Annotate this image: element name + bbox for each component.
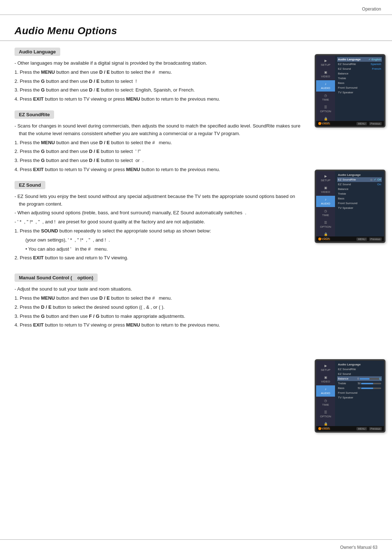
- tv-menu-row-treble: Treble 50: [337, 381, 382, 386]
- tv-row-label: TV Speaker: [338, 91, 381, 94]
- bass-bar: [361, 388, 381, 389]
- page-title: Audio Menu Options: [0, 15, 392, 41]
- tv-row-label: Audio Language: [338, 173, 381, 177]
- footer-text: Owner's Manual 63: [340, 545, 377, 550]
- tv-row-label: Front Surround: [338, 202, 381, 205]
- video-icon: ▣: [324, 70, 327, 74]
- tv-row-label: Treble: [338, 382, 358, 385]
- numbered-item: 1. Press the MENU button and then use D …: [15, 69, 301, 76]
- balance-bar-container: [360, 378, 379, 380]
- tv-row-value: Spanish: [371, 62, 381, 66]
- tv-screen-1: ▶ SETUP ▣ VIDEO ♪ AUDIO: [316, 56, 384, 126]
- sidebar-item-time[interactable]: ◷ TIME: [316, 92, 335, 103]
- tv-menu-row: Audio Language: [337, 173, 382, 177]
- tv-mockup-group-2: ▶ SETUP ▣ VIDEO ♪ AUDIO: [309, 170, 385, 243]
- section-label-audio-language: Audio Language: [15, 48, 60, 56]
- sidebar-item-audio-2[interactable]: ♪ AUDIO: [316, 196, 335, 207]
- cable-text-2: CABLE: [322, 238, 330, 240]
- sidebar-item-video-2[interactable]: ▣ VIDEO: [316, 184, 335, 195]
- sidebar-item-setup[interactable]: ▶ SETUP: [316, 57, 335, 68]
- tv-row-label: Audio Language: [338, 58, 368, 61]
- cable-icon-2: [318, 238, 321, 240]
- dash-item: - ' * , " !* , " , and ! are preset for …: [15, 218, 301, 226]
- tv-row-label: TV Speaker: [338, 206, 381, 210]
- tv-menu-row: Front Surround: [337, 390, 382, 395]
- section-ez-sound: EZ Sound - EZ Sound lets you enjoy the b…: [15, 181, 301, 262]
- sub-item: • You can also adjust ' in the # menu.: [15, 246, 301, 253]
- tv-menu-row: Bass: [337, 81, 382, 85]
- prev-btn-1[interactable]: Previous: [369, 122, 382, 125]
- tv-main-2: Audio Language EZ SoundRite ◎ ✓ Off EZ S…: [335, 171, 384, 236]
- menu-btn-2[interactable]: MENU: [356, 238, 367, 241]
- bass-bar-container: [361, 388, 381, 389]
- tv-row-label: Treble: [338, 192, 381, 195]
- tv-main-1: Audio Language ✓ English EZ SoundRite Sp…: [335, 56, 384, 121]
- tv-row-value: On: [377, 183, 381, 186]
- section-content-audio-language: - Other languages may be available if a …: [15, 60, 301, 103]
- tv-row-label: EZ SoundRite: [338, 178, 370, 181]
- tv-row-value: ✓ English: [368, 58, 381, 61]
- setup-icon-3: ▶: [324, 364, 327, 368]
- right-column: ▶ SETUP ▣ VIDEO ♪ AUDIO: [312, 41, 392, 439]
- sidebar-item-option[interactable]: ☰ OPTION: [316, 104, 335, 115]
- numbered-item: 1. Press the MENU button and then use D …: [15, 139, 301, 147]
- tv-sidebar-3: ▶ SETUP ▣ VIDEO ♪ AUDIO: [316, 361, 335, 426]
- sidebar-label: TIME: [322, 214, 329, 217]
- tv-mockup-ez-soundrite: ▶ SETUP ▣ VIDEO ♪ AUDIO: [315, 170, 385, 243]
- cable-icon-3: [318, 427, 321, 430]
- prev-btn-3[interactable]: Previous: [369, 427, 382, 430]
- tv-menu-row-bass: Bass 50: [337, 386, 382, 390]
- numbered-item: 2. Press EXIT button to save and return …: [15, 254, 301, 262]
- sidebar-item-audio[interactable]: ♪ AUDIO: [316, 80, 335, 92]
- sidebar-label: OPTION: [320, 415, 331, 418]
- tv-mockup-group-1: ▶ SETUP ▣ VIDEO ♪ AUDIO: [309, 54, 385, 127]
- tv-mockup-group-3: ▶ SETUP ▣ VIDEO ♪ AUDIO: [309, 359, 385, 433]
- sidebar-item-time-2[interactable]: ◷ TIME: [316, 207, 335, 219]
- dash-item: - When adjusting sound options (treble, …: [15, 209, 301, 217]
- lock-icon: 🔒: [324, 117, 328, 121]
- sidebar-label-time: TIME: [322, 98, 329, 101]
- numbered-item: 4. Press EXIT button to return to TV vie…: [15, 166, 301, 174]
- tv-row-label: Balance: [338, 377, 358, 380]
- tv-menu-row-balance: Balance 0 Q: [337, 376, 382, 381]
- tv-row-label: EZ SoundRite: [338, 368, 381, 371]
- sidebar-item-video[interactable]: ▣ VIDEO: [316, 69, 335, 80]
- treble-bar-fill: [361, 383, 373, 384]
- tv-menu-row: Bass: [337, 196, 382, 201]
- section-label-manual-sound: Manual Sound Control ( option): [15, 274, 98, 282]
- menu-btn-3[interactable]: MENU: [356, 427, 367, 430]
- tv-sidebar-2: ▶ SETUP ▣ VIDEO ♪ AUDIO: [316, 171, 335, 236]
- tv-row-label: EZ Sound: [338, 372, 381, 376]
- lock-icon-3: 🔒: [324, 422, 328, 426]
- balance-value: 0: [358, 377, 359, 380]
- prev-btn-2[interactable]: Previous: [369, 238, 382, 241]
- numbered-item: 4. Press EXIT button to return to TV vie…: [15, 321, 301, 329]
- tv-menu-row: Audio Language: [337, 362, 382, 367]
- cable-label-3: CABLE: [318, 427, 330, 430]
- sidebar-item-option-3[interactable]: ☰ OPTION: [316, 409, 335, 420]
- sub-item: (your own settings), ' * , " !* , " , an…: [15, 236, 301, 244]
- section-label-ez-sound: EZ Sound: [15, 181, 45, 189]
- sidebar-item-setup-2[interactable]: ▶ SETUP: [316, 173, 335, 184]
- tv-main-3: Audio Language EZ SoundRite EZ Sound Bal…: [335, 361, 384, 426]
- treble-value: 50: [358, 382, 361, 385]
- balance-icon: Q: [379, 377, 381, 380]
- dash-item: - Adjust the sound to suit your taste an…: [15, 285, 301, 293]
- section-content-ez-sound: - EZ Sound lets you enjoy the best sound…: [15, 193, 301, 262]
- tv-row-label: Bass: [338, 81, 381, 85]
- tv-menu-row: EZ Sound: [337, 372, 382, 376]
- tv-row-label: EZ SoundRite: [338, 62, 371, 66]
- tv-screen-3: ▶ SETUP ▣ VIDEO ♪ AUDIO: [316, 361, 384, 431]
- operation-label: Operation: [362, 7, 381, 12]
- menu-btn-1[interactable]: MENU: [356, 122, 367, 125]
- tv-mockup-manual-sound: ▶ SETUP ▣ VIDEO ♪ AUDIO: [315, 359, 385, 433]
- tv-row-label: Balance: [338, 72, 381, 75]
- sidebar-item-option-2[interactable]: ☰ OPTION: [316, 219, 335, 230]
- sidebar-item-setup-3[interactable]: ▶ SETUP: [316, 362, 335, 373]
- tv-row-label: Audio Language: [338, 363, 381, 366]
- sidebar-item-video-3[interactable]: ▣ VIDEO: [316, 374, 335, 385]
- sidebar-item-audio-3[interactable]: ♪ AUDIO: [316, 385, 335, 397]
- numbered-item: 3. Press the G button and then use D / E…: [15, 157, 301, 165]
- sidebar-item-time-3[interactable]: ◷ TIME: [316, 397, 335, 408]
- tv-menu-row: Front Surround: [337, 201, 382, 206]
